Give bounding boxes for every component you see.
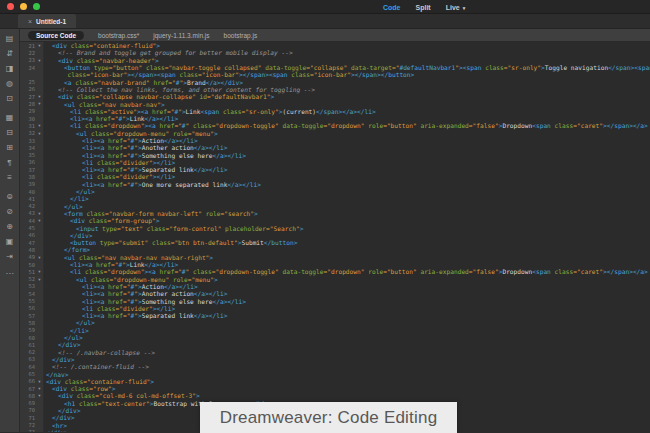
code-line[interactable]: 51▾<li class="dropdown"><a href="#" clas… — [20, 268, 650, 275]
related-file-bootstrap-js[interactable]: bootstrap.js — [224, 32, 258, 39]
fold-arrow-icon[interactable]: ▾ — [35, 276, 44, 283]
zoom-window-button[interactable] — [33, 3, 40, 10]
code-text[interactable]: <div class="form-group"> — [44, 217, 159, 224]
code-line[interactable]: 45<input type="text" class="form-control… — [20, 224, 650, 231]
expand-all-icon[interactable]: ⊞ — [3, 141, 17, 154]
code-line[interactable]: 66▾<div class="container-fluid"> — [20, 378, 650, 385]
recent-snippets-icon[interactable]: ▣ — [3, 235, 17, 248]
code-line[interactable]: 29<li class="active"><a href="#">Link<sp… — [20, 108, 650, 115]
code-text[interactable]: </div> — [44, 407, 80, 414]
code-text[interactable]: </div> — [44, 232, 92, 239]
code-text[interactable]: <li><a href="#">Action</a></li> — [44, 137, 198, 144]
code-text[interactable]: <li><a href="#">Another action</a></li> — [44, 290, 227, 297]
fold-arrow-icon[interactable]: ▾ — [35, 57, 44, 64]
balance-braces-icon[interactable]: ≡ — [3, 171, 17, 184]
fold-arrow-icon[interactable]: ▾ — [35, 122, 44, 129]
fold-arrow-icon[interactable]: ▾ — [35, 378, 44, 385]
code-text[interactable]: </div> — [44, 356, 74, 363]
code-text[interactable]: <hr> — [44, 422, 67, 429]
code-text[interactable]: <!-- Brand and toggle get grouped for be… — [44, 49, 293, 56]
code-text[interactable]: <li class="dropdown"><a href="#" class="… — [44, 122, 648, 129]
view-mode-code-button[interactable]: Code — [383, 4, 401, 11]
code-text[interactable]: <li><a href="#">Something else here</a><… — [44, 298, 246, 305]
code-text[interactable]: <li class="divider"></li> — [44, 159, 175, 166]
related-file-source-code[interactable]: Source Code — [28, 31, 84, 40]
code-line[interactable]: 26<!-- Collect the nav links, forms, and… — [20, 86, 650, 93]
code-line[interactable]: 37<li><a href="#">Separated link</a></li… — [20, 166, 650, 173]
collapse-full-tag-icon[interactable]: ▦ — [3, 111, 17, 124]
code-line[interactable]: 48</form> — [20, 246, 650, 253]
code-text[interactable]: <li><a href="#">Separated link</a></li> — [44, 312, 227, 319]
view-mode-live-button[interactable]: Live▾ — [446, 4, 466, 11]
code-text[interactable]: <li class="divider"></li> — [44, 305, 175, 312]
code-line[interactable]: 62<!-- /.navbar-collapse --> — [20, 348, 650, 355]
select-parent-tag-icon[interactable]: ¶ — [3, 156, 17, 169]
fold-arrow-icon[interactable]: ▾ — [35, 42, 44, 49]
code-text[interactable]: <div class="container-fluid"> — [44, 378, 154, 385]
preview-in-browser-icon[interactable]: ◍ — [3, 77, 17, 90]
fold-arrow-icon[interactable]: ▾ — [35, 268, 44, 275]
code-line[interactable]: 47<button type="submit" class="btn btn-d… — [20, 239, 650, 246]
code-text[interactable]: <button type="submit" class="btn btn-def… — [44, 239, 297, 246]
code-line[interactable]: 53<li><a href="#">Action</a></li> — [20, 283, 650, 290]
code-line[interactable]: 61</div> — [20, 341, 650, 348]
fold-arrow-icon[interactable]: ▾ — [35, 392, 44, 399]
code-text[interactable]: </ul> — [44, 319, 95, 326]
code-text[interactable]: <ul class="dropdown-menu" role="menu"> — [44, 276, 218, 283]
code-line[interactable]: 68▾<div class="col-md-6 col-md-offset-3"… — [20, 392, 650, 399]
fold-arrow-icon[interactable]: ▾ — [35, 100, 44, 107]
code-line[interactable]: 23▾<div class="navbar-header"> — [20, 57, 650, 64]
code-text[interactable]: <!-- Collect the nav links, forms, and o… — [44, 86, 315, 93]
minimize-window-button[interactable] — [20, 3, 27, 10]
wrap-tag-icon[interactable]: ⊕ — [3, 220, 17, 233]
code-line[interactable]: 24<button type="button" class="navbar-to… — [20, 64, 650, 71]
code-text[interactable]: <div class="container-fluid"> — [44, 42, 160, 49]
fold-arrow-icon[interactable]: ▾ — [35, 385, 44, 392]
code-line[interactable]: 59</li> — [20, 327, 650, 334]
code-text[interactable]: <li><a href="#">Link</a></li> — [44, 261, 178, 268]
code-text[interactable]: <!-- /.navbar-collapse --> — [44, 349, 155, 356]
code-text[interactable]: </div> — [44, 429, 68, 432]
code-text[interactable]: <div class="col-md-6 col-md-offset-3"> — [44, 392, 200, 399]
fold-arrow-icon[interactable]: ▾ — [35, 210, 44, 217]
code-line[interactable]: 36<li class="divider"></li> — [20, 159, 650, 166]
code-text[interactable]: </ul> — [44, 203, 83, 210]
collapse-selection-icon[interactable]: ⊟ — [3, 126, 17, 139]
live-code-icon[interactable]: ◨ — [3, 62, 17, 75]
code-line[interactable]: 49▾<ul class="nav navbar-nav navbar-righ… — [20, 254, 650, 261]
code-line[interactable]: 65</nav> — [20, 370, 650, 377]
code-line[interactable]: 41</li> — [20, 195, 650, 202]
code-text[interactable]: <li class="divider"></li> — [44, 173, 175, 180]
fold-arrow-icon[interactable]: ▾ — [35, 130, 44, 137]
code-text[interactable]: <a class="navbar-brand" href="#">Brand</… — [44, 79, 243, 86]
code-text[interactable]: <form class="navbar-form navbar-left" ro… — [44, 210, 258, 217]
code-text[interactable]: <div class="navbar-header"> — [44, 57, 159, 64]
code-line[interactable]: 35<li><a href="#">Something else here</a… — [20, 151, 650, 158]
code-text[interactable]: <!-- /.container-fluid --> — [44, 363, 149, 370]
related-file-jquery-1-11-3-min-js[interactable]: jquery-1.11.3.min.js — [153, 32, 209, 39]
code-line[interactable]: 33<li><a href="#">Action</a></li> — [20, 137, 650, 144]
code-text[interactable]: <button type="button" class="navbar-togg… — [44, 64, 650, 71]
code-text[interactable]: <ul class="nav navbar-nav"> — [44, 101, 165, 108]
more-options-icon[interactable]: ⋯ — [6, 269, 14, 278]
code-line[interactable]: 39<li><a href="#">One more separated lin… — [20, 181, 650, 188]
code-text[interactable]: <li><a href="#">One more separated link<… — [44, 181, 261, 188]
code-text[interactable]: <li class="active"><a href="#">Link<span… — [44, 108, 376, 115]
code-text[interactable]: </ul> — [44, 334, 83, 341]
code-line[interactable]: 57<li><a href="#">Separated link</a></li… — [20, 312, 650, 319]
open-documents-icon[interactable]: ▤ — [3, 32, 17, 45]
code-line[interactable]: 32▾<ul class="dropdown-menu" role="menu"… — [20, 130, 650, 137]
code-line[interactable]: class="icon-bar"></span><span class="ico… — [20, 71, 650, 78]
fold-arrow-icon[interactable]: ▾ — [35, 254, 44, 261]
view-mode-split-button[interactable]: Split — [416, 4, 431, 11]
code-line[interactable]: 55<li><a href="#">Something else here</a… — [20, 297, 650, 304]
code-line[interactable]: 46</div> — [20, 232, 650, 239]
code-line[interactable]: 22<!-- Brand and toggle get grouped for … — [20, 49, 650, 56]
code-line[interactable]: 63</div> — [20, 356, 650, 363]
tab-untitled-1[interactable]: × Untitled-1 — [18, 14, 76, 28]
indent-code-icon[interactable]: ⇥ — [3, 250, 17, 263]
code-text[interactable]: </li> — [44, 327, 89, 334]
code-line[interactable]: 21▾<div class="container-fluid"> — [20, 42, 650, 49]
code-line[interactable]: 30<li><a href="#">Link</a></li> — [20, 115, 650, 122]
code-text[interactable]: <li><a href="#">Something else here</a><… — [44, 152, 246, 159]
